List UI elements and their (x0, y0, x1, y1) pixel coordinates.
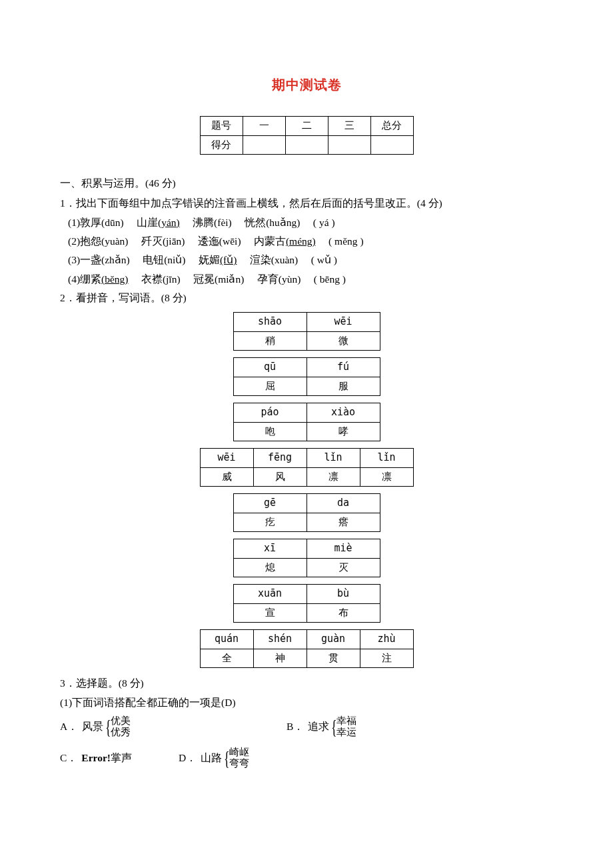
char-cell: 注 (360, 649, 413, 668)
char-cell: 风 (253, 467, 306, 487)
question-stem: 3．选择题。(8 分) (60, 675, 553, 692)
option-prefix: 追求 (308, 718, 329, 735)
char-cell: 贯 (306, 649, 360, 668)
brace-item-bottom: 优秀 (111, 727, 131, 738)
word-item: 逶迤(wēi) (198, 235, 241, 247)
option-c: C． Error! 掌声 (60, 747, 132, 770)
pinyin-cell: quán (200, 630, 253, 649)
pinyin-line: (4)绷紧(běng) 衣襟(jīn) 冠冕(miǎn) 孕育(yùn) ( b… (60, 271, 553, 288)
brace-icon: { (105, 717, 111, 740)
char-cell: 咆 (233, 422, 306, 441)
table-row: 题号 一 二 三 总分 (200, 117, 413, 136)
pinyin-cell: bù (306, 585, 380, 604)
answer-bracket: ( měng ) (328, 235, 364, 247)
score-cell (328, 135, 370, 155)
score-header-col: 一 (243, 117, 285, 136)
char-cell: 宣 (233, 603, 306, 623)
word-item: 歼灭(jiān) (141, 235, 185, 247)
word-item: 电钮(niǔ) (143, 254, 185, 265)
word-table: shāowēi稍微 (233, 312, 380, 351)
table-row: páoxiào (233, 403, 380, 423)
underlined-pinyin: (yán) (158, 217, 180, 228)
option-label: A． (60, 718, 78, 735)
pinyin-cell: miè (306, 539, 380, 559)
char-cell: 灭 (306, 558, 380, 577)
word-item: 恍然(huǎng) (245, 217, 300, 228)
option-suffix: 掌声 (111, 749, 132, 767)
word-table: xuānbù宣布 (233, 584, 380, 623)
underlined-pinyin: (fǔ) (220, 254, 237, 265)
word-table: qūfú屈服 (233, 357, 380, 396)
option-prefix: 风景 (82, 718, 103, 735)
char-cell: 稍 (233, 331, 306, 351)
answer-bracket: ( bēng ) (314, 273, 346, 285)
options-row: C． Error! 掌声 D． 山路 { 崎岖 弯弯 (60, 747, 553, 774)
pinyin-line: (2)抱怨(yuàn) 歼灭(jiān) 逶迤(wēi) 内蒙古(méng) (… (60, 233, 553, 250)
word-item: 沸腾(fèi) (193, 217, 232, 228)
word-table: wēifēnglǐnlǐn威风凛凛 (200, 448, 414, 487)
brace-item-top: 幸福 (336, 715, 356, 727)
table-row: wēifēnglǐnlǐn (200, 449, 413, 468)
table-row: 得分 (200, 135, 413, 155)
pinyin-cell: fú (306, 358, 380, 377)
pinyin-cell: wēi (306, 313, 380, 332)
brace-icon: { (224, 748, 230, 771)
brace-item-bottom: 弯弯 (229, 758, 249, 769)
char-cell: 神 (253, 649, 306, 668)
pinyin-cell: gē (233, 494, 306, 513)
word-table: gēda疙瘩 (233, 493, 380, 532)
option-prefix: 山路 (201, 749, 222, 767)
score-header-col: 二 (285, 117, 328, 136)
pinyin-cell: lǐn (360, 449, 413, 468)
pinyin-cell: qū (233, 358, 306, 377)
brace-item-top: 崎岖 (229, 747, 249, 758)
score-cell (285, 135, 328, 155)
options-row: A． 风景 { 优美 优秀 B． 追求 { 幸福 幸运 (60, 715, 553, 743)
word-item: 山崖(yán) (137, 217, 180, 228)
char-cell: 全 (200, 649, 253, 668)
word-item: 渲染(xuàn) (250, 254, 298, 265)
option-a: A． 风景 { 优美 优秀 (60, 715, 260, 739)
pinyin-line: (3)一盏(zhǎn) 电钮(niǔ) 妩媚(fǔ) 渲染(xuàn) ( wǔ… (60, 251, 553, 269)
answer-bracket: ( wǔ ) (311, 254, 337, 265)
table-row: 宣布 (233, 603, 380, 623)
score-header-col: 题号 (200, 117, 243, 136)
score-table: 题号 一 二 三 总分 得分 (200, 116, 414, 155)
word-item: 冠冕(miǎn) (193, 273, 244, 285)
pinyin-cell: wēi (200, 449, 253, 468)
option-label: B． (287, 718, 304, 735)
question-stem: 2．看拼音，写词语。(8 分) (60, 289, 553, 307)
char-cell: 布 (306, 603, 380, 623)
char-cell: 微 (306, 331, 380, 351)
char-cell: 屈 (233, 377, 306, 396)
char-cell: 凛 (360, 467, 413, 487)
line-no: (3) (68, 254, 80, 265)
underlined-pinyin: (méng) (286, 235, 316, 247)
word-item: 抱怨(yuàn) (80, 235, 128, 247)
word-table: quánshénguànzhù全神贯注 (200, 629, 414, 668)
table-row: 疙瘩 (233, 513, 380, 532)
table-row: xuānbù (233, 585, 380, 604)
table-row: xīmiè (233, 539, 380, 559)
table-row: 稍微 (233, 331, 380, 351)
word-item: 一盏(zhǎn) (80, 254, 130, 265)
word-table: xīmiè熄灭 (233, 539, 380, 577)
char-cell: 服 (306, 377, 380, 396)
pinyin-cell: lǐn (306, 449, 360, 468)
page-title: 期中测试卷 (60, 73, 553, 96)
table-row: quánshénguànzhù (200, 630, 413, 649)
char-cell: 凛 (306, 467, 360, 487)
pinyin-line: (1)敦厚(dūn) 山崖(yán) 沸腾(fèi) 恍然(huǎng) ( y… (60, 214, 553, 231)
word-item: 敦厚(dūn) (80, 217, 124, 228)
option-label: C． (60, 749, 77, 767)
pinyin-cell: da (306, 494, 380, 513)
brace-item-bottom: 幸运 (336, 727, 356, 738)
section-heading: 一、积累与运用。(46 分) (60, 175, 553, 192)
option-b: B． 追求 { 幸福 幸运 (287, 715, 356, 739)
line-no: (4) (68, 273, 80, 285)
table-row: shāowēi (233, 313, 380, 332)
table-row: 威风凛凛 (200, 467, 413, 487)
char-cell: 威 (200, 467, 253, 487)
pinyin-cell: fēng (253, 449, 306, 468)
pinyin-cell: páo (233, 403, 306, 423)
